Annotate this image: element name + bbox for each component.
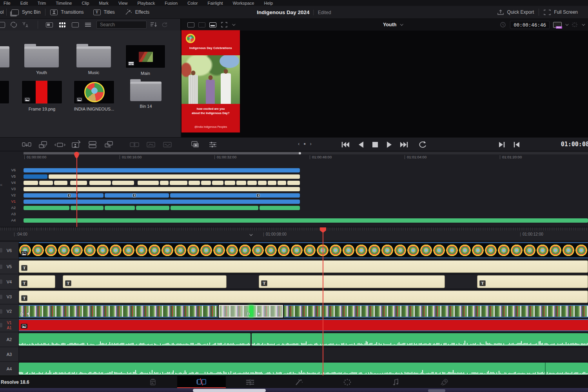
media-item-folder-music[interactable]: Music bbox=[76, 46, 111, 75]
mini-clip[interactable] bbox=[24, 181, 38, 185]
mini-track-label[interactable]: V6 bbox=[0, 168, 16, 172]
menu-color[interactable]: Color bbox=[187, 1, 198, 5]
timeline-marker-icon[interactable] bbox=[132, 194, 136, 197]
filmstrip-source-icon[interactable] bbox=[209, 22, 216, 27]
clip-audio[interactable] bbox=[19, 363, 588, 375]
track-lane-v1a1[interactable] bbox=[19, 319, 588, 332]
mini-clip[interactable] bbox=[24, 200, 300, 204]
effects-button[interactable]: Effects bbox=[120, 6, 154, 18]
track-head-v6[interactable]: V6 bbox=[0, 242, 19, 259]
mini-clip[interactable] bbox=[78, 193, 103, 198]
mini-track-label[interactable]: A2 bbox=[0, 205, 16, 210]
mini-clip[interactable] bbox=[71, 206, 103, 210]
match-frame-icon[interactable] bbox=[191, 140, 201, 149]
track-head-v4[interactable]: V4 bbox=[0, 274, 19, 289]
chevron-down-icon[interactable] bbox=[249, 232, 252, 236]
resize-icon[interactable] bbox=[220, 22, 228, 28]
titles-button[interactable]: Titles bbox=[89, 6, 120, 18]
mini-track-label[interactable]: V2 bbox=[0, 193, 16, 197]
media-item-partial[interactable] bbox=[0, 46, 9, 67]
menu-help[interactable]: Help bbox=[264, 1, 273, 5]
sync-bin-button[interactable]: Sync Bin bbox=[7, 6, 45, 18]
mini-clip[interactable] bbox=[212, 181, 223, 185]
title-tool-icon[interactable] bbox=[146, 140, 156, 149]
track-head-v5[interactable]: V5 bbox=[0, 260, 19, 274]
timeline-playhead[interactable] bbox=[323, 227, 323, 376]
media-pool-button-partial[interactable]: ol bbox=[0, 9, 6, 15]
list-view-icon[interactable] bbox=[85, 22, 91, 27]
clip-video-selected[interactable]: fx ✚ bbox=[219, 305, 283, 318]
effect-tool-icon[interactable] bbox=[162, 140, 172, 149]
source-overwrite-icon[interactable] bbox=[104, 140, 114, 149]
last-frame-button[interactable] bbox=[399, 140, 409, 149]
media-item-frame19[interactable]: Frame 19.png bbox=[22, 80, 62, 111]
video-preview[interactable]: Indigenous Day Celebrations how excited … bbox=[181, 30, 240, 132]
track-lane-v5[interactable]: T bbox=[19, 260, 588, 274]
mini-clip[interactable] bbox=[24, 218, 588, 223]
place-on-top-icon[interactable] bbox=[87, 140, 98, 149]
track-head-v2[interactable]: V2 bbox=[0, 305, 19, 318]
mini-clip[interactable] bbox=[39, 181, 53, 185]
mini-clip[interactable] bbox=[70, 181, 87, 185]
source-timecode[interactable]: 00:00:46:46 bbox=[510, 21, 550, 29]
image-view-icon[interactable] bbox=[187, 22, 194, 27]
mini-clip[interactable] bbox=[247, 181, 257, 185]
mini-clip[interactable] bbox=[236, 181, 246, 185]
clip-logo-image[interactable] bbox=[19, 242, 588, 258]
timeline-ruler[interactable]: :04:00 01:00:08:00 01:00:12:00 bbox=[0, 227, 588, 241]
mini-clip[interactable] bbox=[89, 181, 111, 185]
mini-playhead[interactable] bbox=[76, 152, 77, 227]
track-lane-a2[interactable] bbox=[19, 332, 588, 347]
page-tab-media[interactable] bbox=[129, 376, 177, 388]
loop-button[interactable] bbox=[418, 140, 427, 149]
menu-edit[interactable]: Edit bbox=[20, 1, 28, 5]
mini-clip[interactable] bbox=[24, 187, 300, 191]
clip-red-image[interactable] bbox=[19, 319, 588, 331]
clip-audio[interactable] bbox=[252, 333, 588, 346]
mini-clip[interactable] bbox=[268, 181, 276, 185]
mini-clip[interactable] bbox=[170, 181, 187, 185]
page-tab-deliver[interactable] bbox=[420, 376, 469, 388]
track-lane-v2[interactable]: fx ✚ fx ✚ bbox=[19, 305, 588, 318]
clip-title[interactable]: T bbox=[19, 290, 588, 303]
track-head-a4[interactable]: A4 bbox=[0, 362, 19, 376]
chevron-down-icon[interactable] bbox=[565, 22, 568, 25]
sort-icon[interactable] bbox=[150, 22, 158, 28]
mini-track-label-selected[interactable]: V1 bbox=[0, 199, 16, 203]
jog-control[interactable]: ‹●› bbox=[298, 141, 312, 147]
page-tab-edit[interactable] bbox=[226, 376, 274, 388]
search-input[interactable] bbox=[96, 21, 147, 29]
track-lane-v4[interactable]: TTTT bbox=[19, 274, 588, 289]
close-up-icon[interactable] bbox=[71, 140, 82, 150]
grid-view-icon[interactable] bbox=[59, 22, 65, 27]
play-button[interactable] bbox=[386, 140, 393, 149]
track-head-v1a1[interactable]: V1A1 bbox=[0, 319, 19, 332]
menu-file[interactable]: File bbox=[4, 1, 11, 5]
sync-icon[interactable] bbox=[9, 21, 18, 28]
next-edit-icon[interactable] bbox=[498, 141, 506, 149]
mini-clip[interactable] bbox=[278, 181, 286, 185]
frame-view-icon[interactable] bbox=[198, 22, 205, 27]
mini-clip[interactable] bbox=[49, 174, 300, 179]
taskbar-item[interactable] bbox=[193, 389, 266, 392]
page-tab-fusion[interactable] bbox=[274, 376, 323, 388]
menu-trim[interactable]: Trim bbox=[38, 1, 46, 5]
unlink-icon[interactable] bbox=[21, 21, 30, 28]
menu-fairlight[interactable]: Fairlight bbox=[208, 1, 223, 5]
mini-clip[interactable] bbox=[54, 181, 67, 185]
mini-track-label[interactable]: A3 bbox=[0, 212, 16, 216]
menu-fusion[interactable]: Fusion bbox=[165, 1, 178, 5]
page-tab-color[interactable] bbox=[323, 376, 372, 388]
append-clip-icon[interactable] bbox=[38, 140, 48, 149]
track-lane-a4[interactable] bbox=[19, 362, 588, 376]
mini-clip[interactable] bbox=[136, 206, 169, 210]
mini-clip[interactable] bbox=[112, 181, 134, 185]
taskbar-item[interactable] bbox=[428, 389, 445, 392]
smart-insert-icon[interactable] bbox=[22, 140, 32, 149]
track-lane-v3[interactable]: T bbox=[19, 290, 588, 304]
mini-scroll-strip[interactable] bbox=[24, 152, 588, 154]
mini-clip[interactable] bbox=[171, 206, 258, 210]
media-item-timeline-main[interactable]: Main bbox=[125, 45, 165, 76]
media-item-folder-bin14[interactable]: Bin 14 bbox=[130, 82, 162, 109]
clock-icon[interactable] bbox=[499, 22, 506, 28]
